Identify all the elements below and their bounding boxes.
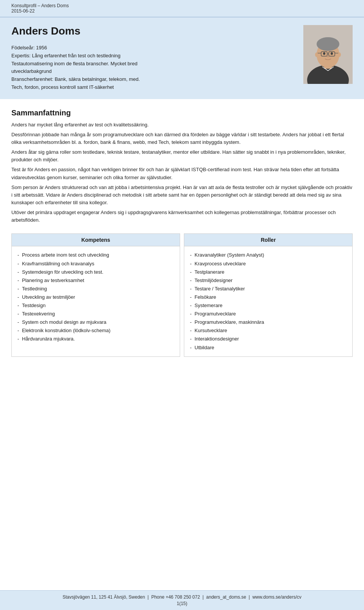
summary-p4: Test är för Anders en passion, något han… xyxy=(11,166,353,181)
list-item: Programutvecklare, maskinnära xyxy=(190,318,347,326)
svg-point-14 xyxy=(338,52,341,57)
list-item: Testmiljödesigner xyxy=(190,276,347,285)
expertise-text: Lång erfarenhet från test och testlednin… xyxy=(32,53,120,58)
page-footer: Stavsjövägen 11, 125 41 Älvsjö, Sweden |… xyxy=(0,590,364,610)
header-section: Anders Doms Födelseår: 1956 Expertis: Lå… xyxy=(0,17,364,99)
roller-list: Kravanalytiker (System Analyst) Kravproc… xyxy=(190,251,347,351)
summary-title: Sammanfattning xyxy=(11,109,353,117)
background-text: utvecklarbakgrund xyxy=(11,68,52,74)
list-item: Elektronik konstruktion (lödkolv-schema) xyxy=(17,326,174,335)
summary-p1: Anders har mycket lång erfarenhet av tes… xyxy=(11,121,353,129)
list-item: Kravframställning och kravanalys xyxy=(17,260,174,268)
doc-title-text: Konsultprofil – Anders Doms xyxy=(11,3,69,8)
competence-header: Kompetens xyxy=(12,234,180,246)
list-item: Process arbete inom test och utveckling xyxy=(17,251,174,259)
consultant-name: Anders Doms xyxy=(11,25,292,37)
list-item: Felsökare xyxy=(190,293,347,301)
list-item: Testplanerare xyxy=(190,268,347,276)
list-item: Testexekvering xyxy=(17,310,174,318)
extra-text: Tech, fordon, process kontroll samt IT-s… xyxy=(11,84,114,90)
svg-point-5 xyxy=(317,37,339,51)
footer-address: Stavsjövägen 11, 125 41 Älvsjö, Sweden xyxy=(63,594,145,600)
summary-p6: Utöver det primära uppdraget engagerar A… xyxy=(11,209,353,224)
doc-date-text: 2015-06-22 xyxy=(11,8,35,14)
list-item: Utveckling av testmiljöer xyxy=(17,293,174,301)
roller-header: Roller xyxy=(184,234,352,246)
footer-phone-label: Phone xyxy=(151,594,165,600)
two-col-section: Kompetens Process arbete inom test och u… xyxy=(11,233,353,356)
list-item: Utbildare xyxy=(190,344,347,352)
competence-box: Kompetens Process arbete inom test och u… xyxy=(11,233,180,356)
profile-photo xyxy=(303,25,353,84)
list-item: Systemdesign för utveckling och test. xyxy=(17,268,174,276)
summary-p3: Anders åtar sig gärna roller som testled… xyxy=(11,148,353,164)
branch-text: Bank, säkra betalningar, telekom, med. xyxy=(55,76,140,82)
svg-point-6 xyxy=(323,52,325,55)
list-item: Testare / Testanalytiker xyxy=(190,285,347,293)
list-item: Systemerare xyxy=(190,301,347,310)
list-item: Kravanalytiker (System Analyst) xyxy=(190,251,347,259)
birth-year: 1956 xyxy=(36,45,47,50)
header-info: Födelseår: 1956 Expertis: Lång erfarenhe… xyxy=(11,44,292,91)
list-item: Interaktionsdesigner xyxy=(190,335,347,343)
expertise2-text: Testautomatisering inom de flesta bransc… xyxy=(11,61,137,66)
roller-box: Roller Kravanalytiker (System Analyst) K… xyxy=(184,233,353,356)
list-item: Testdesign xyxy=(17,301,174,310)
list-item: Kursutvecklare xyxy=(190,326,347,335)
list-item: System och modul design av mjukvara xyxy=(17,318,174,326)
footer-website: www.doms.se/anders/cv xyxy=(253,594,301,600)
svg-point-13 xyxy=(315,52,318,57)
list-item: Programutvecklare xyxy=(190,310,347,318)
svg-point-7 xyxy=(331,52,333,55)
list-item: Hårdvarunära mjukvara. xyxy=(17,335,174,343)
summary-p2: Dessförinnan jobbade han många år som pr… xyxy=(11,131,353,146)
branch-label: Branscherfarenhet: xyxy=(11,76,53,82)
list-item: Planering av testverksamhet xyxy=(17,276,174,285)
footer-phone: +46 708 250 072 xyxy=(166,594,200,600)
doc-title: Konsultprofil – Anders Doms 2015-06-22 xyxy=(11,3,353,14)
footer-contact: Stavsjövägen 11, 125 41 Älvsjö, Sweden |… xyxy=(11,594,353,600)
footer-page-num: 1(15) xyxy=(11,601,353,606)
header-left: Anders Doms Födelseår: 1956 Expertis: Lå… xyxy=(11,25,292,91)
competence-content: Process arbete inom test och utveckling … xyxy=(12,246,180,348)
expertise-label: Expertis: xyxy=(11,53,31,58)
list-item: Kravprocess utvecklare xyxy=(190,260,347,268)
roller-content: Kravanalytiker (System Analyst) Kravproc… xyxy=(184,246,352,356)
page-wrapper: Konsultprofil – Anders Doms 2015-06-22 A… xyxy=(0,0,364,610)
footer-email: anders_at_doms.se xyxy=(206,594,246,600)
photo-svg xyxy=(303,25,353,84)
list-item: Testledning xyxy=(17,285,174,293)
main-content: Sammanfattning Anders har mycket lång er… xyxy=(0,99,364,364)
top-bar: Konsultprofil – Anders Doms 2015-06-22 xyxy=(0,0,364,17)
competence-list: Process arbete inom test och utveckling … xyxy=(17,251,174,343)
birth-year-label: Födelseår: xyxy=(11,45,35,50)
summary-p5: Som person är Anders strukturerad och va… xyxy=(11,184,353,206)
